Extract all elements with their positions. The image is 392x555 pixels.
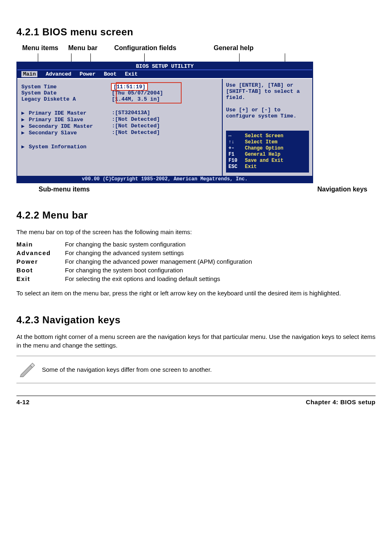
bios-screen: BIOS SETUP UTILITY Main Advanced Power B… (16, 62, 313, 183)
nav-select-item: ↑↓Select Item (228, 139, 307, 145)
bios-menubar: Main Advanced Power Boot Exit (17, 70, 312, 78)
submenu-secondary-slave[interactable]: Secondary Slave :[Not Detected] (21, 129, 218, 136)
label-system-information: System Information (21, 143, 112, 150)
bios-nav-keys: ↔Select Screen ↑↓Select Item +-Change Op… (226, 131, 309, 173)
def-desc-exit: For selecting the exit options and loadi… (65, 275, 376, 282)
heading-421: 4.2.1 BIOS menu screen (16, 26, 376, 38)
def-desc-main: For changing the basic system configurat… (65, 241, 376, 248)
submenu-secondary-ide-master[interactable]: Secondary IDE Master :[Not Detected] (21, 123, 218, 129)
bios-copyright: v00.00 (C)Copyright 1985-2002, American … (17, 176, 312, 182)
label-system-time: System Time (21, 84, 112, 90)
p-422-intro: The menu bar on top of the screen has th… (16, 228, 376, 237)
label-secondary-ide-master: Secondary IDE Master (21, 123, 112, 129)
heading-422: 4.2.2 Menu bar (16, 210, 376, 221)
def-desc-advanced: For changing the advanced system setting… (65, 249, 376, 256)
value-secondary-ide-master: :[Not Detected] (112, 123, 160, 129)
def-term-boot: Boot (16, 267, 65, 274)
heading-423: 4.2.3 Navigation keys (16, 314, 376, 326)
value-primary-ide-slave: :[Not Detected] (112, 116, 160, 123)
submenu-primary-ide-master[interactable]: Primary IDE Master :[ST320413A] (21, 110, 218, 116)
menu-bar-definitions: Main For changing the basic system confi… (16, 241, 376, 282)
def-term-exit: Exit (16, 275, 65, 282)
def-power: Power For changing the advanced power ma… (16, 258, 376, 265)
page-footer: 4-12 Chapter 4: BIOS setup (16, 396, 376, 405)
bios-title: BIOS SETUP UTILITY (17, 62, 312, 70)
bios-menu-exit[interactable]: Exit (125, 71, 138, 77)
callouts-bottom: Sub-menu items Navigation keys (22, 186, 376, 193)
bios-help-panel: Use [ENTER], [TAB] or [SHIFT-TAB] to sel… (222, 79, 312, 176)
pencil-icon (18, 360, 35, 379)
callout-navigation-keys: Navigation keys (317, 186, 367, 193)
nav-save-exit: F10Save and Exit (228, 158, 307, 164)
value-primary-ide-master: :[ST320413A] (112, 110, 150, 116)
callout-general-help: General help (214, 44, 254, 52)
field-legacy-diskette[interactable]: Legacy Diskette A [1.44M, 3.5 in] (21, 96, 218, 102)
callout-ticks-top (22, 53, 376, 62)
nav-select-screen: ↔Select Screen (228, 133, 307, 139)
submenu-primary-ide-slave[interactable]: Primary IDE Slave :[Not Detected] (21, 116, 218, 123)
label-primary-ide-slave: Primary IDE Slave (21, 116, 112, 123)
p-422-outro: To select an item on the menu bar, press… (16, 289, 376, 298)
def-term-advanced: Advanced (16, 249, 65, 256)
nav-exit: ESCExit (228, 164, 307, 170)
label-system-date: System Date (21, 90, 112, 96)
value-system-date[interactable]: [Thu 05/07/2004] (112, 90, 163, 96)
nav-general-help: F1General Help (228, 152, 307, 158)
p-423: At the bottom right corner of a menu scr… (16, 332, 376, 350)
def-main: Main For changing the basic system confi… (16, 241, 376, 248)
bios-menu-power[interactable]: Power (80, 71, 96, 77)
label-legacy-diskette: Legacy Diskette A (21, 96, 112, 102)
chapter-title: Chapter 4: BIOS setup (306, 398, 376, 405)
page-number: 4-12 (16, 398, 30, 405)
value-system-time[interactable]: [11:51:19] (112, 84, 147, 90)
bios-menu-advanced[interactable]: Advanced (46, 71, 71, 77)
callout-menu-bar: Menu bar (68, 44, 109, 52)
def-term-main: Main (16, 241, 65, 248)
def-term-power: Power (16, 258, 65, 265)
callout-config-fields: Configuration fields (114, 44, 209, 52)
bios-menu-main[interactable]: Main (21, 71, 37, 77)
bios-help-text: Use [ENTER], [TAB] or [SHIFT-TAB] to sel… (226, 82, 309, 119)
submenu-system-information[interactable]: System Information (21, 143, 218, 150)
field-system-time[interactable]: System Time [11:51:19] (21, 84, 218, 90)
callout-sub-menu-items: Sub-menu items (39, 186, 90, 193)
callout-menu-items: Menu items (22, 44, 63, 52)
def-desc-boot: For changing the system boot configurati… (65, 267, 376, 274)
note-box: Some of the navigation keys differ from … (16, 356, 376, 383)
bios-screenshot-figure: Menu items Menu bar Configuration fields… (16, 44, 376, 193)
def-boot: Boot For changing the system boot config… (16, 267, 376, 274)
value-secondary-slave: :[Not Detected] (112, 129, 160, 136)
callouts-top: Menu items Menu bar Configuration fields… (22, 44, 376, 52)
def-exit: Exit For selecting the exit options and … (16, 275, 376, 282)
note-text: Some of the navigation keys differ from … (42, 366, 374, 373)
value-legacy-diskette[interactable]: [1.44M, 3.5 in] (112, 96, 160, 102)
nav-change-option: +-Change Option (228, 145, 307, 152)
label-secondary-slave: Secondary Slave (21, 129, 112, 136)
bios-menu-boot[interactable]: Boot (104, 71, 117, 77)
def-advanced: Advanced For changing the advanced syste… (16, 249, 376, 256)
label-primary-ide-master: Primary IDE Master (21, 110, 112, 116)
def-desc-power: For changing the advanced power manageme… (65, 258, 376, 265)
bios-main-panel: System Time [11:51:19] System Date [Thu … (17, 79, 222, 176)
field-system-date[interactable]: System Date [Thu 05/07/2004] (21, 90, 218, 96)
